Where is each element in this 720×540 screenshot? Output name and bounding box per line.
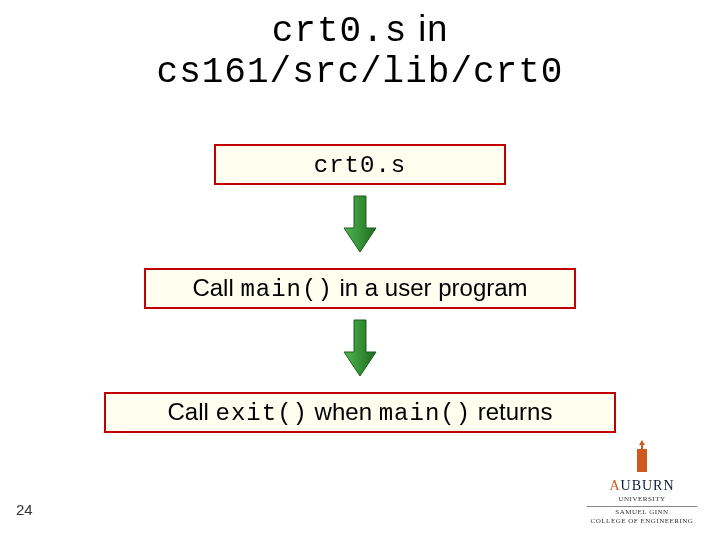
logo-name-a: A bbox=[609, 478, 620, 493]
box2-pre: Call bbox=[192, 274, 240, 301]
box1-code: crt0.s bbox=[314, 152, 406, 179]
box-call-exit: Call exit() when main() returns bbox=[104, 392, 616, 433]
auburn-logo: AUBURN UNIVERSITY SAMUEL GINN COLLEGE OF… bbox=[582, 440, 702, 526]
box-crt0s: crt0.s bbox=[214, 144, 506, 185]
box2-post: in a user program bbox=[333, 274, 528, 301]
tower-icon bbox=[582, 440, 702, 476]
box3-post: returns bbox=[471, 398, 552, 425]
title-line-2: cs161/src/lib/crt0 bbox=[0, 52, 720, 93]
logo-sub2: SAMUEL GINN bbox=[582, 509, 702, 517]
slide: crt0.s in cs161/src/lib/crt0 crt0.s Call… bbox=[0, 0, 720, 540]
box2-code: main() bbox=[240, 276, 332, 303]
logo-name-rest: UBURN bbox=[621, 478, 675, 493]
logo-sub1: UNIVERSITY bbox=[582, 496, 702, 504]
logo-sub3: COLLEGE OF ENGINEERING bbox=[582, 518, 702, 526]
logo-name: AUBURN bbox=[582, 478, 702, 494]
box3-pre: Call bbox=[168, 398, 216, 425]
title-code-1: crt0.s bbox=[272, 11, 408, 52]
box3-mid: when bbox=[308, 398, 379, 425]
arrow-down-icon bbox=[340, 194, 380, 254]
box-call-main: Call main() in a user program bbox=[144, 268, 576, 309]
slide-title: crt0.s in cs161/src/lib/crt0 bbox=[0, 8, 720, 94]
box3-code2: main() bbox=[379, 400, 471, 427]
box3-code1: exit() bbox=[216, 400, 308, 427]
arrow-down-icon bbox=[340, 318, 380, 378]
title-line-1: crt0.s in bbox=[0, 8, 720, 52]
slide-number: 24 bbox=[16, 501, 33, 518]
logo-divider bbox=[587, 506, 697, 507]
title-plain-1: in bbox=[407, 8, 448, 49]
